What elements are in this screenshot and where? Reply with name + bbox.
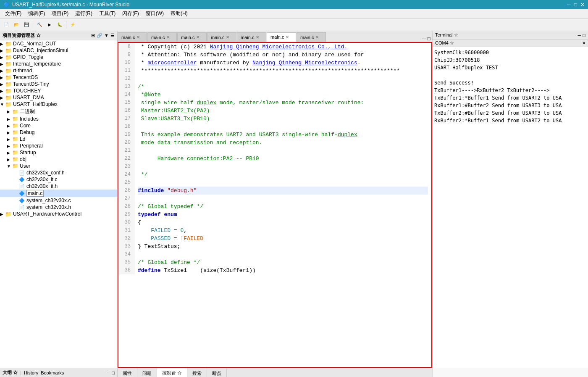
maximize-btn[interactable]: □ bbox=[574, 2, 577, 8]
tree-toggle[interactable]: ▶ bbox=[0, 55, 5, 60]
tab-close-4[interactable]: ✕ bbox=[256, 35, 259, 40]
outline-maximize[interactable]: □ bbox=[112, 370, 115, 375]
tree-toggle[interactable]: ▶ bbox=[0, 75, 5, 80]
tree-toggle[interactable]: ▶ bbox=[0, 42, 5, 46]
tree-item-system-ch32v30x-h[interactable]: 📄system_ch32v30x.h bbox=[0, 204, 117, 211]
tree-toggle[interactable]: ▶ bbox=[7, 130, 12, 135]
tab-3[interactable]: main.c✕ bbox=[207, 32, 236, 42]
tab-6[interactable]: main.c✕ bbox=[297, 32, 326, 42]
tree-item-obj[interactable]: ▶📁obj bbox=[0, 156, 117, 163]
tree-item-debug[interactable]: ▶📁Debug bbox=[0, 129, 117, 136]
tree-toggle[interactable]: ▼ bbox=[0, 102, 5, 107]
tree-item-rt-thread[interactable]: ▶📁rt-thread bbox=[0, 67, 117, 74]
tab-close-0[interactable]: ✕ bbox=[136, 35, 140, 40]
tree-item-touchkey[interactable]: ▶📁TOUCHKEY bbox=[0, 87, 117, 94]
toolbar-open[interactable]: 📂 bbox=[12, 20, 21, 29]
tree-item-usart-hardwareflowcontrol[interactable]: ▶📁USART_HardwareFlowControl bbox=[0, 211, 117, 217]
minimize-btn[interactable]: ─ bbox=[567, 2, 571, 8]
tree-item-core[interactable]: ▶📁Core bbox=[0, 122, 117, 129]
collapse-all-icon[interactable]: ⊟ bbox=[91, 33, 95, 38]
tab-2[interactable]: main.c✕ bbox=[177, 32, 207, 42]
tree-toggle[interactable]: ▼ bbox=[7, 164, 12, 169]
console-tab-issues[interactable]: 问题 bbox=[137, 368, 157, 377]
tab-close-3[interactable]: ✕ bbox=[226, 35, 229, 40]
link-icon[interactable]: 🔗 bbox=[97, 33, 102, 38]
tree-toggle[interactable]: ▶ bbox=[7, 109, 12, 114]
tree-item-dualadc-injectionsimul[interactable]: ▶📁DualADC_InjectionSimul bbox=[0, 47, 117, 54]
tree-item-main-c[interactable]: 🔷main.c bbox=[0, 190, 117, 197]
tree-item-tencentos-tiny[interactable]: ▶📁TencentOS-Tiny bbox=[0, 81, 117, 87]
tree-toggle[interactable]: ▶ bbox=[7, 157, 12, 162]
code-editor[interactable]: 8910111213141516171819202122232425262728… bbox=[118, 42, 432, 368]
console-tab-console[interactable]: 控制台 ☆ bbox=[157, 368, 187, 377]
tree-toggle[interactable]: ▶ bbox=[7, 124, 12, 128]
console-tab-breakpoints[interactable]: 断点 bbox=[207, 368, 227, 377]
tab-5[interactable]: main.c✕ bbox=[267, 32, 296, 42]
tab-0[interactable]: main.c✕ bbox=[118, 32, 147, 42]
toolbar-new[interactable]: 📄 bbox=[2, 20, 11, 29]
tree-toggle[interactable]: ▶ bbox=[0, 48, 5, 53]
tree-toggle[interactable]: ▶ bbox=[0, 95, 5, 100]
terminal-maximize[interactable]: □ bbox=[583, 33, 585, 38]
outline-minimize[interactable]: ─ bbox=[107, 370, 110, 375]
tree-item-ch32v30x-it-h[interactable]: 📄ch32v30x_it.h bbox=[0, 183, 117, 190]
tab-close-1[interactable]: ✕ bbox=[166, 35, 170, 40]
tab-1[interactable]: main.c✕ bbox=[147, 32, 177, 42]
toolbar-build[interactable]: 🔨 bbox=[35, 20, 44, 29]
tree-toggle[interactable]: ▶ bbox=[0, 69, 5, 73]
tree-item-ch32v30x-conf-h[interactable]: 📄ch32v30x_conf.h bbox=[0, 169, 117, 176]
tab-close-6[interactable]: ✕ bbox=[315, 35, 319, 40]
close-btn[interactable]: ✕ bbox=[580, 2, 585, 8]
tree-item-peripheral[interactable]: ▶📁Peripheral bbox=[0, 142, 117, 149]
editor-maximize[interactable]: □ bbox=[428, 36, 430, 42]
menu-item-t[interactable]: 工具(T) bbox=[96, 9, 119, 18]
menu-item-w[interactable]: 窗口(W) bbox=[142, 9, 167, 18]
console-tab-search[interactable]: 搜索 bbox=[187, 368, 207, 377]
tree-item-ch32v30x-it-c[interactable]: 🔷ch32v30x_it.c bbox=[0, 176, 117, 183]
toolbar-debug[interactable]: 🐛 bbox=[55, 20, 64, 29]
terminal-tab-close[interactable]: ✕ bbox=[582, 41, 585, 45]
toolbar-run[interactable]: ▶ bbox=[45, 20, 54, 29]
menu-item-r[interactable]: 运行(R) bbox=[72, 9, 96, 18]
editor-minimize[interactable]: ─ bbox=[422, 36, 426, 42]
tree-item-dac-normal-out[interactable]: ▶📁DAC_Normal_OUT bbox=[0, 40, 117, 47]
tree-toggle[interactable]: ▶ bbox=[7, 144, 12, 148]
tree-item-gpio-toggle[interactable]: ▶📁GPIO_Toggle bbox=[0, 54, 117, 61]
code-content[interactable]: * Copyright (c) 2021 Nanjing Qinheng Mic… bbox=[134, 43, 431, 274]
tree-toggle[interactable]: ▶ bbox=[0, 62, 5, 66]
tree-toggle[interactable]: ▶ bbox=[0, 212, 5, 216]
terminal-minimize[interactable]: ─ bbox=[578, 33, 581, 38]
outline-history-tab[interactable]: History bbox=[24, 370, 38, 375]
menu-icon[interactable]: ☰ bbox=[110, 33, 115, 38]
tree-toggle[interactable]: ▶ bbox=[7, 137, 12, 142]
menu-item-f[interactable]: 文件(F) bbox=[2, 9, 25, 18]
tree-item-startup[interactable]: ▶📁Startup bbox=[0, 149, 117, 156]
tree-toggle[interactable]: ▶ bbox=[0, 82, 5, 87]
outline-bookmarks-tab[interactable]: Bookmarks bbox=[41, 370, 64, 375]
filter-icon[interactable]: ▼ bbox=[104, 33, 109, 38]
tree-toggle[interactable]: ▶ bbox=[0, 89, 5, 93]
terminal-body[interactable]: SystemClk:96000000ChipID:30700518USART H… bbox=[433, 47, 588, 368]
tree-item----[interactable]: ▶📁二进制 bbox=[0, 108, 117, 116]
tree-toggle[interactable]: ▶ bbox=[7, 150, 12, 155]
tree-item-ld[interactable]: ▶📁Ld bbox=[0, 136, 117, 142]
toolbar-flash[interactable]: ⚡ bbox=[68, 20, 77, 29]
tree-toggle[interactable]: ▶ bbox=[7, 117, 12, 121]
tab-close-2[interactable]: ✕ bbox=[196, 35, 200, 40]
tree-item-internal-temperature[interactable]: ▶📁Internal_Temperature bbox=[0, 61, 117, 67]
tree-item-system-ch32v30x-c[interactable]: 🔷system_ch32v30x.c bbox=[0, 197, 117, 204]
tree-item-usart-halfduplex[interactable]: ▼📁USART_HalfDuplex bbox=[0, 101, 117, 108]
tree-item-usart-dma[interactable]: ▶📁USART_DMA bbox=[0, 94, 117, 101]
console-tab-properties[interactable]: 属性 bbox=[118, 368, 137, 377]
tree-item-user[interactable]: ▼📁User bbox=[0, 163, 117, 169]
tab-4[interactable]: main.c✕ bbox=[237, 32, 266, 42]
tree-item-includes[interactable]: ▶📁Includes bbox=[0, 116, 117, 122]
menu-item-h[interactable]: 帮助(H) bbox=[167, 9, 191, 18]
terminal-line: Send Success! bbox=[434, 79, 586, 87]
tree-item-tencentos[interactable]: ▶📁TencentOS bbox=[0, 74, 117, 81]
tab-close-5[interactable]: ✕ bbox=[286, 35, 289, 40]
menu-item-p[interactable]: 项目(P) bbox=[48, 9, 72, 18]
menu-item-f[interactable]: 闪存(F) bbox=[119, 9, 142, 18]
menu-item-e[interactable]: 编辑(E) bbox=[25, 9, 48, 18]
toolbar-save[interactable]: 💾 bbox=[22, 20, 31, 29]
